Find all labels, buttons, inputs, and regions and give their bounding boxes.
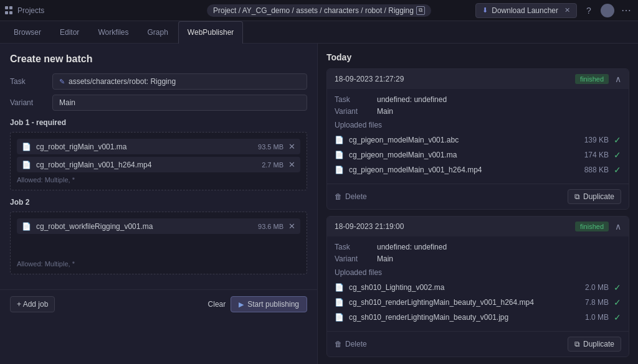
tab-webpublisher[interactable]: WebPublisher [178, 21, 243, 44]
collapse-button[interactable]: ∧ [615, 74, 621, 84]
file-name: cg_sh010_renderLightingMain_beauty_v001_… [349, 298, 580, 307]
tab-workfiles[interactable]: Workfiles [89, 21, 137, 44]
task-input[interactable]: ✎ assets/characters/robot: Rigging [52, 73, 307, 90]
copy-breadcrumb-button[interactable]: ⧉ [416, 6, 425, 15]
file-icon: 📄 [22, 161, 31, 169]
batch-variant-row: Variant Main [335, 107, 621, 116]
batch-task-value: undefined: undefined [377, 95, 447, 104]
right-panel: Today 18-09-2023 21:27:29 finished ∧ Tas… [318, 44, 638, 364]
variant-row: Variant Main [10, 95, 307, 111]
file-name: cg_sh010_renderLightingMain_beauty_v001.… [349, 313, 580, 322]
batch-footer: 🗑 Delete ⧉ Duplicate [327, 331, 629, 357]
batch-body: Task undefined: undefined Variant Main U… [327, 236, 629, 331]
batch-variant-label: Variant [335, 107, 372, 116]
remove-file-button[interactable]: ✕ [288, 160, 295, 169]
tab-browser[interactable]: Browser [5, 21, 50, 44]
duplicate-button[interactable]: ⧉ Duplicate [568, 337, 621, 352]
batch-variant-row: Variant Main [335, 254, 621, 263]
close-launcher-button[interactable]: ✕ [564, 6, 570, 14]
collapse-button[interactable]: ∧ [615, 222, 621, 231]
file-icon: 📄 [335, 298, 344, 307]
avatar [601, 4, 614, 17]
duplicate-label: Duplicate [583, 340, 614, 348]
uploaded-label: Uploaded files [335, 268, 621, 277]
batch-timestamp: 18-09-2023 21:27:29 [335, 75, 404, 83]
batch-variant-value: Main [377, 254, 393, 263]
file-icon: 📄 [335, 283, 344, 292]
variant-label: Variant [10, 98, 47, 107]
file-name: cg_pigeon_modelMain_v001_h264.mp4 [349, 166, 579, 174]
file-icon: 📄 [335, 166, 344, 174]
file-icon: 📄 [335, 151, 344, 159]
remove-file-button[interactable]: ✕ [288, 222, 295, 231]
batch-card: 18-09-2023 21:27:29 finished ∧ Task unde… [326, 68, 629, 210]
right-panel-title: Today [326, 52, 629, 62]
file-size: 2.0 MB [585, 283, 609, 292]
batch-card: 18-09-2023 21:19:00 finished ∧ Task unde… [326, 216, 629, 357]
play-icon: ▶ [239, 301, 244, 309]
download-launcher-label: Download Launcher [492, 6, 558, 15]
top-bar-right: ⬇ Download Launcher ✕ ? ⋯ [475, 3, 633, 18]
file-icon: 📄 [335, 313, 344, 322]
left-panel-title: Create new batch [10, 54, 307, 65]
list-item: 📄 cg_sh010_renderLightingMain_beauty_v00… [335, 310, 621, 325]
file-name: cg_pigeon_modelMain_v001.ma [349, 151, 579, 159]
tab-editor[interactable]: Editor [51, 21, 88, 44]
remove-file-button[interactable]: ✕ [288, 142, 295, 151]
file-size: 93.6 MB [258, 223, 283, 230]
status-badge: finished [575, 74, 609, 84]
top-bar: Projects Project / AY_CG_demo / assets /… [0, 0, 638, 21]
file-size: 139 KB [584, 136, 609, 144]
job1-allowed: Allowed: Multiple, * [17, 176, 300, 184]
table-row: 📄 cg_robot_rigMain_v001_h264.mp4 2.7 MB … [17, 157, 300, 172]
job1-label: Job 1 - required [10, 118, 307, 127]
clear-button[interactable]: Clear [208, 300, 226, 309]
variant-input[interactable]: Main [52, 95, 307, 111]
task-label: Task [10, 77, 47, 86]
add-job-button[interactable]: + Add job [10, 296, 55, 312]
download-icon: ⬇ [482, 6, 488, 14]
batch-task-row: Task undefined: undefined [335, 243, 621, 251]
batch-body: Task undefined: undefined Variant Main U… [327, 89, 629, 184]
task-row: Task ✎ assets/characters/robot: Rigging [10, 73, 307, 90]
duplicate-button[interactable]: ⧉ Duplicate [568, 189, 621, 204]
delete-label: Delete [345, 192, 367, 201]
list-item: 📄 cg_pigeon_modelMain_v001.ma 174 KB ✓ [335, 147, 621, 162]
file-icon: 📄 [22, 222, 31, 231]
batch-header: 18-09-2023 21:27:29 finished ∧ [327, 69, 629, 89]
tab-graph[interactable]: Graph [139, 21, 177, 44]
status-badge: finished [575, 222, 609, 231]
file-name: cg_robot_workfileRigging_v001.ma [36, 222, 253, 231]
trash-icon: 🗑 [335, 340, 342, 348]
job2-label: Job 2 [10, 198, 307, 207]
delete-button[interactable]: 🗑 Delete [335, 340, 367, 348]
batch-header: 18-09-2023 21:19:00 finished ∧ [327, 217, 629, 236]
pencil-icon: ✎ [59, 78, 65, 86]
grid-icon [5, 6, 14, 15]
delete-button[interactable]: 🗑 Delete [335, 192, 367, 201]
check-icon: ✓ [614, 150, 621, 160]
duplicate-icon: ⧉ [574, 340, 580, 348]
clear-label: Clear [208, 300, 226, 309]
job2-box: 📄 cg_robot_workfileRigging_v001.ma 93.6 … [10, 212, 307, 274]
duplicate-icon: ⧉ [574, 192, 580, 201]
start-publishing-button[interactable]: ▶ Start publishing [231, 296, 307, 312]
check-icon: ✓ [614, 282, 621, 292]
uploaded-label: Uploaded files [335, 121, 621, 129]
list-item: 📄 cg_sh010_Lighting_v002.ma 2.0 MB ✓ [335, 280, 621, 295]
trash-icon: 🗑 [335, 192, 342, 201]
table-row: 📄 cg_robot_rigMain_v001.ma 93.5 MB ✕ [17, 139, 300, 154]
file-name: cg_sh010_Lighting_v002.ma [349, 283, 580, 292]
check-icon: ✓ [614, 135, 621, 145]
help-button[interactable]: ? [582, 4, 596, 17]
left-panel-wrapper: Create new batch Task ✎ assets/character… [0, 44, 318, 364]
check-icon: ✓ [614, 312, 621, 322]
app-title: Projects [17, 6, 44, 15]
batch-task-value: undefined: undefined [377, 243, 447, 251]
download-launcher-button[interactable]: ⬇ Download Launcher ✕ [475, 3, 577, 18]
batch-task-label: Task [335, 95, 372, 104]
nav-tabs: Browser Editor Workfiles Graph WebPublis… [0, 21, 638, 44]
left-panel: Create new batch Task ✎ assets/character… [0, 44, 318, 289]
app-logo-area: Projects [5, 6, 44, 15]
more-options-button[interactable]: ⋯ [619, 4, 633, 17]
